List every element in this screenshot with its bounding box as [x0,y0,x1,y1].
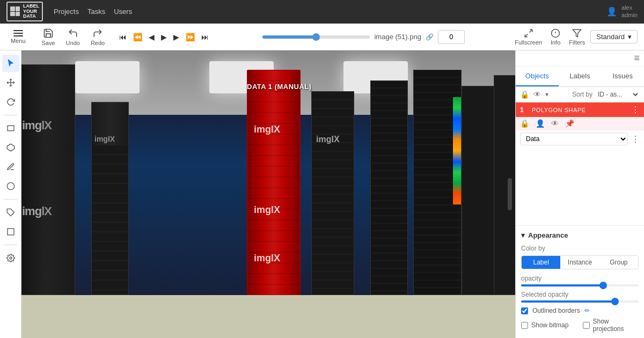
rack-right-1: imgIX [311,91,354,295]
selected-opacity-track[interactable] [521,300,639,303]
rack-logo-left-bottom: imglX [22,204,52,218]
last-frame-button[interactable]: ⏭ [199,31,211,43]
redo-button[interactable]: Redo [87,27,108,47]
chevron-down-icon-appearance: ▾ [521,231,525,239]
tab-labels[interactable]: Labels [559,67,602,86]
tool-divider-3 [4,245,17,245]
tool-divider-1 [4,115,17,115]
canvas-area: imglX imglX imgIX imglX imglX imglX imgI… [21,50,515,338]
save-icon [43,28,54,39]
rack-far-right-1 [370,80,408,295]
outlined-borders-label: Outlined borders [532,307,580,314]
appearance-header[interactable]: ▾ Appearance [521,231,639,239]
tag-tool[interactable] [2,204,19,221]
color-tab-label[interactable]: Label [522,256,560,269]
menu-button[interactable]: Menu [6,28,30,46]
prev-frame-button[interactable]: ◀ [146,31,157,43]
rack-units-far [371,81,407,295]
move-icon [6,78,15,87]
filters-button[interactable]: Filters [566,27,588,47]
floor [21,295,515,338]
main-area: imglX imglX imgIX imglX imglX imglX imgI… [0,50,644,338]
undo-button[interactable]: Undo [63,27,83,47]
eye-icon[interactable]: 👁 [533,90,541,99]
nav-users[interactable]: Users [114,8,132,16]
next-frame-button[interactable]: ▶ [171,31,182,43]
chevron-down-icon[interactable]: ▾ [545,91,548,98]
red-server-logo-top: imglX [254,124,280,135]
settings-icon [6,254,15,262]
settings-tool[interactable] [2,249,19,267]
progress-thumb [312,33,320,41]
prev-prev-frame-button[interactable]: ⏪ [130,31,145,43]
rotate-tool[interactable] [2,93,19,111]
link-icon[interactable]: 🔗 [426,33,434,41]
edit-icon[interactable]: ✏ [584,307,590,314]
sort-select[interactable]: ID - as... ID - desc Name - asc [596,90,640,99]
cube-icon [6,227,15,236]
first-frame-button[interactable]: ⏮ [116,31,129,43]
color-tab-group[interactable]: Group [599,256,638,269]
info-button[interactable]: Info [547,27,564,47]
polygon-tool[interactable] [2,139,19,156]
object-eye-icon[interactable]: 👁 [551,119,559,128]
object-item-selected[interactable]: 1 POLYGON SHAPE ⋮ [516,102,644,117]
polygon-icon [6,143,15,152]
save-button[interactable]: Save [39,27,58,47]
selected-opacity-thumb[interactable] [611,298,619,305]
redo-icon [92,28,103,39]
appearance-section: ▾ Appearance Color by Label Instance Gro… [516,225,644,338]
object-item-actions: ⋮ [631,105,640,115]
show-projections-checkbox[interactable] [583,322,590,329]
panel-toolbar: 🔒 👁 ▾ Sort by ID - as... ID - desc Name … [516,87,644,102]
filename-area: image (51).png 🔗 [220,30,507,44]
view-dropdown[interactable]: Standard ▾ [590,30,638,43]
outlined-borders-checkbox[interactable] [521,307,528,314]
show-projections-label: Show projections [593,318,639,333]
object-more-icon[interactable]: ⋮ [631,105,640,115]
tab-objects[interactable]: Objects [516,67,559,86]
object-person-icon[interactable]: 👤 [536,119,545,128]
class-more-button[interactable]: ⋮ [631,134,640,144]
opacity-track[interactable] [521,284,639,286]
object-id: 1 [520,106,529,114]
opacity-label: opacity [521,275,639,282]
ceiling-light-1 [75,61,140,93]
next-next-frame-button[interactable]: ⏩ [183,31,197,43]
cursor-tool[interactable] [2,55,19,72]
opacity-thumb[interactable] [599,282,607,289]
object-lock-icon[interactable]: 🔒 [520,119,529,128]
rack-left-1: imglX imglX [21,64,75,295]
sort-label: Sort by [572,91,592,98]
annotation-label: DATA 1 (MANUAL) [247,83,312,91]
scroll-indicator[interactable] [508,178,512,210]
tab-issues[interactable]: Issues [601,67,644,86]
panel-list-icon[interactable]: ≡ [634,53,640,64]
circle-tool[interactable] [2,178,19,195]
class-select[interactable]: Data Other [520,133,628,145]
lock-icon[interactable]: 🔒 [520,90,529,99]
show-projections-row: Show projections [583,318,639,333]
panel-tabs: Objects Labels Issues [516,67,644,87]
move-tool[interactable] [2,74,19,91]
color-tab-instance[interactable]: Instance [560,256,599,269]
rectangle-tool[interactable] [2,120,19,137]
progress-bar[interactable] [262,35,370,39]
cube-tool[interactable] [2,223,19,240]
object-pin-icon[interactable]: 📌 [565,119,574,128]
show-bitmap-row: Show bitmap [521,318,577,333]
fullscreen-button[interactable]: Fullscreen [511,27,545,47]
pen-tool[interactable] [2,158,19,175]
cursor-icon [6,59,15,68]
red-server-logo-mid: imglX [254,204,280,216]
frame-input[interactable] [438,30,465,44]
nav-tasks[interactable]: Tasks [87,8,105,16]
show-bitmap-checkbox[interactable] [521,322,528,329]
nav-projects[interactable]: Projects [54,8,79,16]
pen-icon [6,163,15,171]
panel-spacer [516,148,644,225]
left-sidebar [0,50,21,338]
svg-rect-8 [8,126,14,130]
red-server: imglX imglX imglX [247,70,301,295]
play-button[interactable]: ▶ [158,31,170,43]
